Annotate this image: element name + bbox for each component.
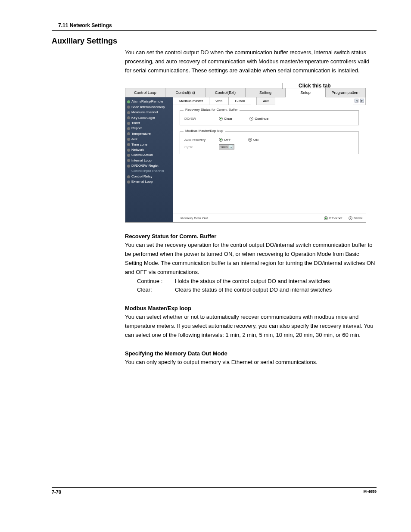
- sidebar-item-label: Alarm/Relay/Remote: [131, 100, 163, 104]
- radio-clear[interactable]: Clear: [219, 117, 232, 121]
- page-footer: 7-70 M-4659: [52, 487, 377, 495]
- radio-label: ON: [253, 138, 258, 142]
- dot-icon: [127, 180, 130, 184]
- radio-label: OFF: [224, 138, 231, 142]
- sidebar-item-label: DI/DO/SW-Regist: [131, 164, 159, 168]
- page-title: Auxiliary Settings: [52, 37, 377, 46]
- callout-text: Click this tab: [299, 83, 331, 89]
- section-body: You can only specify to output memory vi…: [125, 358, 377, 367]
- subtab-modbus-master[interactable]: Modbus master: [173, 97, 209, 105]
- dot-icon: [127, 138, 130, 141]
- page-header-section: 7.11 Network Settings: [52, 22, 377, 30]
- tab-setup[interactable]: Setup: [286, 88, 326, 97]
- dot-icon: [127, 154, 130, 157]
- section-recovery-status: Recovery Status for Comm. Buffer You can…: [125, 233, 377, 295]
- radio-continue[interactable]: Continue: [249, 117, 268, 121]
- chevron-down-icon: ▾: [229, 145, 233, 149]
- sidebar-item-label: External Loop: [131, 180, 153, 184]
- definition-row: Continue : Holds the status of the contr…: [137, 277, 377, 286]
- sidebar-item[interactable]: Aux: [125, 137, 173, 142]
- sidebar-item[interactable]: Scan Interval/Memory: [125, 105, 173, 110]
- sidebar-item-label: Control Relay: [131, 174, 152, 179]
- sidebar-item-label: Temperature: [131, 132, 151, 136]
- radio-icon: [249, 117, 253, 121]
- dot-icon: [127, 116, 130, 119]
- dot-icon: [127, 159, 130, 162]
- doc-number: M-4659: [363, 489, 377, 495]
- dot-icon: [127, 106, 130, 109]
- radio-serial[interactable]: Serial: [349, 216, 362, 220]
- sidebar-item[interactable]: Temperature: [125, 131, 173, 137]
- radio-label: Clear: [224, 117, 232, 121]
- memory-data-out-bar: Memory Data Out Ethernet Serial: [173, 214, 366, 222]
- sidebar-sub-item[interactable]: Control input channel: [125, 168, 173, 174]
- sidebar-item[interactable]: Alarm/Relay/Remote: [125, 99, 173, 104]
- radio-ethernet[interactable]: Ethernet: [324, 216, 342, 220]
- radio-icon: [248, 138, 252, 142]
- radio-label: Ethernet: [329, 216, 342, 220]
- dot-icon: [127, 165, 130, 168]
- dot-icon: [127, 175, 130, 178]
- do-sw-label: DO/SW: [184, 117, 215, 121]
- intro-paragraph: You can set the control output DO when t…: [125, 48, 377, 75]
- top-tabbar: Control Loop Control(Int) Control(Ext) S…: [125, 88, 366, 97]
- subtab-scroll-buttons: ◂ ▸: [353, 97, 366, 105]
- tab-program-pattern[interactable]: Program pattern: [326, 88, 366, 97]
- sidebar-item[interactable]: Report: [125, 126, 173, 131]
- sidebar-item-label: Aux: [131, 137, 137, 141]
- sidebar-item[interactable]: External Loop: [125, 179, 173, 184]
- subtab-web[interactable]: Web: [209, 97, 229, 105]
- section-title: Modbus Master/Exp loop: [125, 305, 377, 311]
- sidebar-item-label: Internal Loop: [131, 159, 152, 163]
- sidebar-item[interactable]: Control Action: [125, 152, 173, 158]
- tab-control-loop[interactable]: Control Loop: [125, 88, 165, 97]
- sidebar-item[interactable]: Control Relay: [125, 174, 173, 179]
- sidebar-item[interactable]: DI/DO/SW-Regist: [125, 163, 173, 168]
- scroll-right-button[interactable]: ▸: [360, 99, 364, 103]
- sidebar-item-label: Scan Interval/Memory: [131, 105, 165, 109]
- dot-icon: [127, 100, 130, 103]
- sidebar-item[interactable]: Timer: [125, 121, 173, 126]
- radio-on[interactable]: ON: [248, 138, 258, 142]
- radio-icon: [219, 138, 223, 142]
- sidebar-item-label: Key Lock/Login: [131, 116, 155, 120]
- triangle-left-icon: ◂: [356, 99, 358, 102]
- scroll-left-button[interactable]: ◂: [355, 99, 358, 103]
- dot-icon: [127, 143, 130, 146]
- sidebar-item[interactable]: Measure channel: [125, 110, 173, 115]
- sidebar-item-label: Control Action: [131, 153, 153, 157]
- dot-icon: [127, 111, 130, 114]
- section-body: You can set the recovery operation for t…: [125, 241, 377, 277]
- sidebar: Alarm/Relay/Remote Scan Interval/Memory …: [125, 97, 173, 222]
- sidebar-item-label: Timer: [131, 121, 140, 125]
- subtab-email[interactable]: E-Mail: [229, 97, 251, 105]
- section-title: Recovery Status for Comm. Buffer: [125, 233, 377, 240]
- tab-control-int[interactable]: Control(Int): [165, 88, 206, 97]
- definition-row: Clear: Clears the status of the control …: [137, 286, 377, 295]
- sidebar-item-label: Report: [131, 126, 142, 131]
- sidebar-item[interactable]: Key Lock/Login: [125, 115, 173, 121]
- fieldset-legend: Recovery Status for Comm. Buffer: [184, 108, 240, 112]
- radio-icon: [349, 216, 352, 220]
- radio-label: Continue: [255, 117, 268, 121]
- radio-icon: [219, 117, 223, 121]
- subtab-aux[interactable]: Aux: [257, 97, 275, 105]
- cycle-select[interactable]: 1min ▾: [219, 144, 234, 149]
- tab-control-ext[interactable]: Control(Ext): [206, 88, 246, 97]
- sidebar-item[interactable]: Network: [125, 147, 173, 152]
- sidebar-item[interactable]: Time zone: [125, 142, 173, 147]
- dot-icon: [127, 127, 130, 130]
- dot-icon: [127, 149, 130, 152]
- sidebar-item[interactable]: Internal Loop: [125, 158, 173, 163]
- radio-icon: [324, 216, 328, 220]
- sidebar-item-label: Control input channel: [131, 169, 164, 173]
- cycle-label: Cycle: [184, 145, 215, 149]
- radio-off[interactable]: OFF: [219, 138, 231, 142]
- tab-setting[interactable]: Setting: [246, 88, 286, 97]
- section-title: Specifying the Memory Data Out Mode: [125, 350, 377, 357]
- sidebar-item-label: Network: [131, 148, 144, 152]
- sidebar-item-label: Measure channel: [131, 110, 158, 115]
- auto-recovery-label: Auto recovery: [184, 138, 215, 142]
- memory-data-out-label: Memory Data Out: [181, 216, 208, 220]
- section-body: You can select whether or not to automat…: [125, 313, 377, 339]
